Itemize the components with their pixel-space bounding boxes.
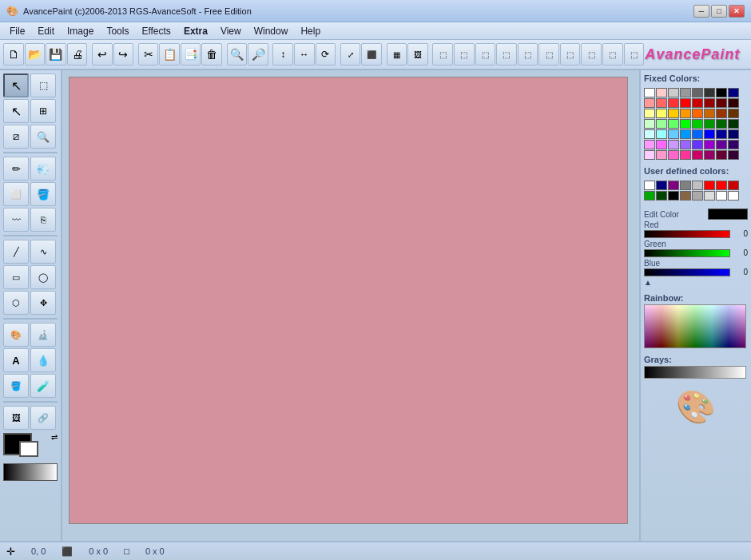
fixed-color-cell[interactable] <box>656 88 667 97</box>
fixed-color-cell[interactable] <box>716 140 727 149</box>
fixed-color-cell[interactable] <box>644 109 655 118</box>
fixed-color-cell[interactable] <box>716 109 727 118</box>
toolbar-b7[interactable]: ⬚ <box>560 43 581 66</box>
fixed-color-cell[interactable] <box>644 88 655 97</box>
tool-arrow2[interactable]: ↖ <box>3 99 29 123</box>
rainbow-picker[interactable] <box>644 304 746 348</box>
fixed-color-cell[interactable] <box>680 140 691 149</box>
user-color-cell[interactable] <box>680 191 691 201</box>
toolbar-paste[interactable]: 📑 <box>181 43 201 66</box>
tool-color-pick[interactable]: 🎨 <box>3 323 29 347</box>
toolbar-new[interactable]: 🗋 <box>3 43 24 66</box>
tool-pencil[interactable]: ✏ <box>3 157 29 181</box>
user-color-cell[interactable] <box>644 191 655 201</box>
fixed-color-cell[interactable] <box>668 129 679 139</box>
fixed-color-cell[interactable] <box>728 119 739 129</box>
tool-clone[interactable]: ⎘ <box>30 208 56 232</box>
user-color-cell[interactable] <box>704 181 715 190</box>
tool-text[interactable]: A <box>3 348 29 372</box>
tool-select-rect[interactable]: ⬚ <box>30 73 56 97</box>
fixed-color-cell[interactable] <box>692 98 703 108</box>
tool-dropper[interactable]: 💧 <box>30 348 56 372</box>
fixed-color-cell[interactable] <box>704 109 715 118</box>
grays-picker[interactable] <box>644 366 746 379</box>
toolbar-flip-v[interactable]: ↕ <box>272 43 293 66</box>
fixed-color-cell[interactable] <box>680 98 691 108</box>
tool-smudge[interactable]: 〰 <box>3 208 29 232</box>
user-color-cell[interactable] <box>728 191 739 201</box>
fixed-color-cell[interactable] <box>680 129 691 139</box>
fixed-color-cell[interactable] <box>680 119 691 129</box>
fixed-color-cell[interactable] <box>704 88 715 97</box>
toolbar-b2[interactable]: ⬚ <box>454 43 475 66</box>
fixed-color-cell[interactable] <box>716 119 727 129</box>
tool-curve[interactable]: ∿ <box>30 240 56 264</box>
tool-line[interactable]: ╱ <box>3 240 29 264</box>
fixed-color-cell[interactable] <box>656 119 667 129</box>
menu-image[interactable]: Image <box>61 24 100 38</box>
toolbar-flip-h[interactable]: ↔ <box>294 43 315 66</box>
fixed-color-cell[interactable] <box>656 140 667 149</box>
fixed-color-cell[interactable] <box>692 119 703 129</box>
fixed-color-cell[interactable] <box>656 150 667 160</box>
fixed-color-cell[interactable] <box>668 119 679 129</box>
user-color-cell[interactable] <box>656 191 667 201</box>
fixed-color-cell[interactable] <box>668 98 679 108</box>
fixed-color-cell[interactable] <box>716 98 727 108</box>
blue-slider[interactable] <box>644 268 730 276</box>
fixed-color-cell[interactable] <box>644 119 655 129</box>
fixed-color-cell[interactable] <box>680 150 691 160</box>
palette-icon[interactable]: 🎨 <box>676 388 716 426</box>
toolbar-print[interactable]: 🖨 <box>67 43 88 66</box>
background-color[interactable] <box>19 441 38 457</box>
toolbar-redo[interactable]: ↪ <box>113 43 134 66</box>
fixed-color-cell[interactable] <box>644 129 655 139</box>
fixed-color-cell[interactable] <box>692 150 703 160</box>
toolbar-b4[interactable]: ⬚ <box>496 43 517 66</box>
fixed-color-cell[interactable] <box>704 150 715 160</box>
close-button[interactable]: ✕ <box>729 5 745 18</box>
fixed-color-cell[interactable] <box>668 150 679 160</box>
user-color-cell[interactable] <box>656 181 667 190</box>
fixed-color-cell[interactable] <box>716 88 727 97</box>
tool-bucket[interactable]: 🪣 <box>30 182 56 206</box>
fixed-color-cell[interactable] <box>692 88 703 97</box>
fixed-color-cell[interactable] <box>680 109 691 118</box>
user-color-cell[interactable] <box>716 181 727 190</box>
menu-effects[interactable]: Effects <box>135 24 177 38</box>
fixed-color-cell[interactable] <box>728 150 739 160</box>
fixed-color-cell[interactable] <box>656 98 667 108</box>
fixed-color-cell[interactable] <box>704 98 715 108</box>
fixed-color-cell[interactable] <box>692 140 703 149</box>
fixed-color-cell[interactable] <box>728 98 739 108</box>
tool-fill1[interactable]: 🪣 <box>3 374 29 398</box>
toolbar-resize[interactable]: ⤢ <box>340 43 361 66</box>
toolbar-transform[interactable]: ⬛ <box>361 43 382 66</box>
fixed-color-cell[interactable] <box>668 140 679 149</box>
toolbar-zoom-in[interactable]: 🔍 <box>227 43 248 66</box>
maximize-button[interactable]: □ <box>711 5 727 18</box>
fixed-color-cell[interactable] <box>704 140 715 149</box>
toolbar-b5[interactable]: ⬚ <box>518 43 538 66</box>
swap-colors-button[interactable]: ⇌ <box>51 433 58 442</box>
user-color-cell[interactable] <box>644 181 655 190</box>
tool-img1[interactable]: 🖼 <box>3 406 29 430</box>
user-color-cell[interactable] <box>704 191 715 201</box>
fixed-color-cell[interactable] <box>656 109 667 118</box>
menu-help[interactable]: Help <box>294 24 327 38</box>
menu-window[interactable]: Window <box>248 24 295 38</box>
gradient-selector[interactable] <box>3 463 58 481</box>
fixed-color-cell[interactable] <box>704 119 715 129</box>
fixed-color-cell[interactable] <box>728 109 739 118</box>
fixed-color-cell[interactable] <box>692 129 703 139</box>
tool-zoom[interactable]: 🔍 <box>30 125 56 149</box>
tool-eyedrop[interactable]: 🔬 <box>30 323 56 347</box>
toolbar-b8[interactable]: ⬚ <box>581 43 602 66</box>
menu-view[interactable]: View <box>214 24 248 38</box>
tool-ellipse[interactable]: ◯ <box>30 265 56 289</box>
user-color-cell[interactable] <box>692 181 703 190</box>
toolbar-b1[interactable]: ⬚ <box>432 43 453 66</box>
color-preview[interactable] <box>708 209 748 220</box>
fixed-color-cell[interactable] <box>644 140 655 149</box>
fixed-color-cell[interactable] <box>704 129 715 139</box>
